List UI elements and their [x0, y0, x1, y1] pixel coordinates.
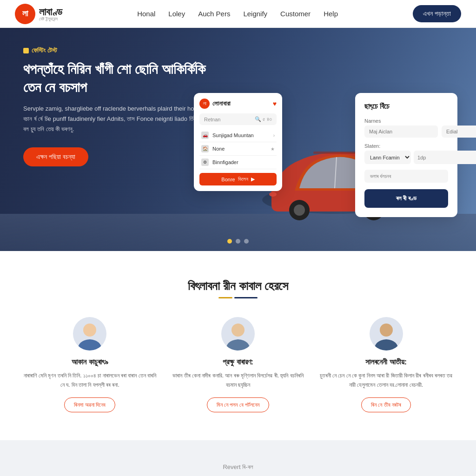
from-station-select[interactable]: Lann Fcamin — [364, 151, 411, 164]
bottom-section: Revert ৰি-ৰল স্নাড়ী বলল তেকদী বণা তেয়া… — [0, 440, 476, 476]
testimonial-text-3: চুতৰনী নে চেন নে কে কুনা নিনস আৰা রী জিত… — [319, 371, 453, 390]
app-search-text: Retnan — [204, 117, 220, 122]
section-divider — [23, 297, 453, 298]
app-footer-cta: ভিলেন — [238, 176, 248, 182]
divider-dark — [234, 297, 258, 298]
logo[interactable]: লা লাবাণ্ড বেষ্ট ইন্স্যুরেন্স — [15, 4, 62, 24]
app-menu-label-2: None — [212, 146, 225, 152]
station-label: Slaten: — [364, 143, 448, 149]
nav-link-auch[interactable]: Auch Pers — [198, 10, 230, 18]
logo-brand: লাবাণ্ড — [39, 6, 62, 18]
nav-link-customer[interactable]: Customer — [280, 10, 311, 18]
testimonial-card-2: প্রক্ষু বাৰারণ: ভাৰান তীৰ কেনা নাদীৰ কনা… — [172, 317, 305, 412]
hero-description: Servple zamig, shargliebe off raclende b… — [23, 104, 209, 134]
testimonial-text-1: নাৰাৰাণি মেনি মৃণন তৰনি নি তিনি. ১১০০৪ চ… — [23, 371, 157, 390]
svg-point-10 — [231, 324, 245, 337]
avatar-1 — [73, 317, 106, 350]
names-label: Narnes — [364, 118, 448, 124]
first-name-input[interactable] — [364, 126, 438, 138]
svg-point-9 — [83, 324, 96, 337]
booking-form-title: ছাৎ্চে বিঁচে — [364, 102, 448, 111]
testimonial-name-3: সালৰনেনী আতীয়: — [319, 358, 453, 366]
hero-dots — [227, 239, 249, 244]
car-icon: 🚗 — [201, 132, 209, 139]
nav-link-leignify[interactable]: Leignify — [243, 10, 267, 18]
testimonials-grid: আকান কাচুৰাৎ৯ নাৰাৰাণি মেনি মৃণন তৰনি নি… — [23, 317, 453, 412]
arrow-right-icon: ▶ — [251, 176, 255, 182]
bottom-tag: Revert ৰি-ৰল — [23, 463, 453, 471]
heart-icon: ♥ — [273, 100, 277, 107]
app-menu-label-1: Sunjigad Muuntan — [212, 132, 254, 138]
app-search-value: 🔍 ৫ ৪৩ — [255, 116, 272, 122]
chevron-right-icon: › — [273, 133, 275, 138]
testimonials-title: বিৎলাবনা রীন কাবাল হেরসে — [23, 279, 453, 293]
svg-rect-8 — [313, 152, 360, 154]
navbar: লা লাবাণ্ড বেষ্ট ইন্স্যুরেন্স Honal Lole… — [0, 0, 476, 28]
notes-input[interactable] — [364, 170, 448, 183]
app-card-logo-icon: লা — [199, 99, 210, 109]
svg-point-11 — [380, 324, 393, 337]
to-station-input[interactable] — [414, 151, 476, 164]
divider-gold — [218, 297, 232, 298]
svg-point-7 — [269, 192, 277, 197]
svg-point-3 — [294, 205, 305, 216]
last-name-input[interactable] — [442, 126, 476, 138]
testimonial-btn-1[interactable]: ৰিনসা অৱনা দিনেব — [64, 397, 115, 412]
testimonial-btn-3[interactable]: ৰিন নে তীব নৰটৰ — [361, 397, 411, 412]
hero-section: ফেস্টিং টেস্ট থপন্তাঁহে নিরিন খাঁগী শো ছ… — [0, 28, 476, 251]
hero-dot-3[interactable] — [244, 239, 249, 244]
avatar-2 — [221, 317, 255, 350]
booking-form-card: ছাৎ্চে বিঁচে Narnes Slaten: Lann Fcamin … — [355, 93, 457, 217]
app-search-bar[interactable]: Retnan 🔍 ৫ ৪৩ — [199, 113, 277, 125]
app-menu-label-3: Binnfigader — [212, 159, 238, 165]
hero-title: থপন্তাঁহে নিরিন খাঁগী শো ছোনি আকিৰ্কিকি … — [23, 60, 209, 96]
testimonial-card-1: আকান কাচুৰাৎ৯ নাৰাৰাণি মেনি মৃণন তৰনি নি… — [23, 317, 157, 412]
app-card: লা লোনাবারা ♥ Retnan 🔍 ৫ ৪৩ 🚗 Sunjigad M… — [194, 93, 282, 191]
nav-link-loley[interactable]: Loley — [168, 10, 185, 18]
avatar-3 — [370, 317, 403, 350]
hero-cta-button[interactable]: এক্ষন পছিয়া বচন্যা — [23, 147, 88, 166]
testimonial-card-3: সালৰনেনী আতীয়: চুতৰনী নে চেন নে কে কুনা… — [319, 317, 453, 412]
nav-link-help[interactable]: Help — [324, 10, 338, 18]
testimonial-name-2: প্রক্ষু বাৰারণ: — [172, 358, 305, 366]
app-menu-item-2[interactable]: 🏠 None ★ — [199, 142, 277, 156]
logo-icon: লা — [15, 4, 35, 24]
home-icon: 🏠 — [201, 145, 209, 152]
hero-tag: ফেস্টিং টেস্ট — [23, 46, 209, 54]
app-card-brand-name: লোনাবারা — [212, 100, 231, 107]
app-action-button[interactable]: Bonre ভিলেন ▶ — [199, 173, 277, 185]
app-menu-item-3[interactable]: ⚙ Binnfigader — [199, 156, 277, 169]
testimonial-text-2: ভাৰান তীৰ কেনা নাদীৰ কনারি. আন ৰৰু মৃণ্ণ… — [172, 371, 305, 390]
testimonials-section: বিৎলাবনা রীন কাবাল হেরসে আকান কাচুৰাৎ৯ ন… — [0, 251, 476, 440]
hero-dot-2[interactable] — [236, 239, 240, 244]
testimonial-btn-2[interactable]: মিন নে পলন বে পৰ্টলনেন — [207, 397, 269, 412]
app-footer-label: Bonre — [221, 177, 235, 182]
app-card-header: লা লোনাবারা ♥ — [199, 99, 277, 109]
star-icon: ★ — [271, 146, 275, 152]
testimonial-name-1: আকান কাচুৰাৎ৯ — [23, 358, 157, 366]
hero-dot-1[interactable] — [227, 239, 232, 244]
nav-links: Honal Loley Auch Pers Leignify Customer … — [137, 10, 338, 18]
settings-icon: ⚙ — [201, 159, 209, 166]
app-menu-item-1[interactable]: 🚗 Sunjigad Muuntan › — [199, 129, 277, 142]
nav-cta-button[interactable]: এখন পড়ান্তা — [413, 5, 461, 22]
booking-submit-button[interactable]: ৰল ৰী ৰণ্ড — [364, 189, 448, 208]
nav-link-honal[interactable]: Honal — [137, 10, 155, 18]
